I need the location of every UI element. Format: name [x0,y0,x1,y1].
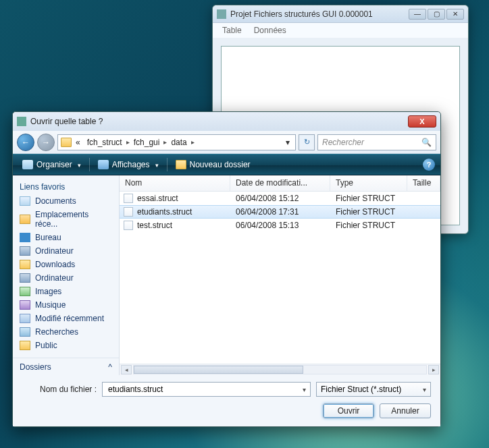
sidebar-item-icon [20,260,30,269]
col-name[interactable]: Nom [120,175,230,191]
nav-forward-button[interactable]: → [37,134,55,151]
sidebar-item[interactable]: Documents [13,194,119,208]
file-icon [124,194,133,203]
scroll-right-button[interactable]: ▸ [428,365,439,374]
sidebar-item-label: Modifié récemment [35,314,104,323]
favorites-list: DocumentsEmplacements réce...BureauOrdin… [13,194,119,352]
file-icon [124,221,133,230]
file-list-pane: Nom Date de modificati... Type Taille es… [120,175,440,375]
organize-icon [22,160,33,169]
file-date: 06/04/2008 15:13 [230,221,330,230]
filename-label: Nom du fichier : [22,385,97,394]
file-open-dialog: Ouvrir quelle table ? X ← → « fch_struct… [12,111,441,427]
chevron-right-icon: ▸ [126,138,130,146]
breadcrumb-seg-3[interactable]: data [168,138,189,147]
sidebar-item[interactable]: Downloads [13,258,119,271]
app-close-button[interactable]: ✕ [446,9,464,20]
nav-back-button[interactable]: ← [17,134,34,151]
sidebar-item-icon [20,196,30,206]
app-menubar: Table Données [213,23,468,38]
sidebar-item[interactable]: Modifié récemment [13,312,119,325]
sidebar-item-icon [20,233,30,242]
toolbar-separator [89,158,90,171]
scroll-thumb[interactable] [134,366,303,374]
menu-donnees[interactable]: Données [254,26,286,35]
sidebar-item[interactable]: Ordinateur [13,271,119,285]
toolbar-views[interactable]: Affichages [94,159,163,171]
col-type[interactable]: Type [330,175,407,191]
sidebar-item-label: Downloads [35,260,75,269]
filename-combobox[interactable]: ▾ [102,382,311,397]
sidebar-item-label: Emplacements réce... [35,210,112,229]
file-row[interactable]: etudiants.struct06/04/2008 17:31Fichier … [120,205,440,219]
file-type: Fichier STRUCT [330,207,407,217]
sidebar-item-label: Ordinateur [35,246,74,256]
sidebar-item[interactable]: Bureau [13,231,119,244]
app-titlebar[interactable]: Projet Fichiers structurés GUI 0.000001 … [213,5,468,23]
maximize-button[interactable]: ▢ [428,9,445,20]
breadcrumb-seg-2[interactable]: fch_gui [131,138,163,147]
views-icon [98,160,109,169]
toolbar-separator [167,158,168,171]
sidebar-item[interactable]: Recherches [13,325,119,339]
file-list-header: Nom Date de modificati... Type Taille [120,175,440,192]
menu-table[interactable]: Table [222,26,242,35]
scroll-left-button[interactable]: ◂ [121,365,132,374]
dialog-close-button[interactable]: X [408,115,436,128]
dialog-title: Ouvrir quelle table ? [30,117,408,126]
scroll-track[interactable] [133,365,427,374]
favorites-pane: Liens favoris DocumentsEmplacements réce… [13,175,120,375]
cancel-button[interactable]: Annuler [380,403,431,418]
file-row[interactable]: test.struct06/04/2008 15:13Fichier STRUC… [120,219,440,232]
chevron-down-icon[interactable]: ▾ [303,386,306,393]
breadcrumb[interactable]: « fch_struct ▸ fch_gui ▸ data ▸ ▾ [57,134,296,150]
file-row[interactable]: essai.struct06/04/2008 15:12Fichier STRU… [120,192,440,205]
chevron-right-icon: ▸ [191,138,195,146]
minimize-button[interactable]: — [409,9,426,20]
sidebar-item-icon [20,246,30,256]
chevron-down-icon[interactable]: ▾ [423,386,426,393]
file-rows: essai.struct06/04/2008 15:12Fichier STRU… [120,192,440,364]
file-name: essai.struct [137,194,178,203]
filetype-filter[interactable]: Fichier Struct (*.struct) ▾ [316,382,431,397]
col-size[interactable]: Taille [407,175,440,191]
file-icon [124,207,133,217]
sidebar-item-label: Bureau [35,233,61,242]
dialog-titlebar[interactable]: Ouvrir quelle table ? X [13,112,440,131]
file-date: 06/04/2008 17:31 [230,207,330,217]
sidebar-item[interactable]: Ordinateur [13,244,119,258]
sidebar-item-label: Images [35,287,61,296]
filter-label: Fichier Struct (*.struct) [321,385,401,394]
sidebar-item[interactable]: Emplacements réce... [13,208,119,231]
col-date[interactable]: Date de modificati... [230,175,330,191]
horizontal-scrollbar[interactable]: ◂ ▸ [120,364,440,375]
chevron-right-icon: ▸ [163,138,167,146]
sidebar-item-label: Public [35,341,57,350]
sidebar-item-icon [20,287,30,296]
search-placeholder: Rechercher [322,138,364,147]
app-icon [217,9,226,19]
sidebar-item-label: Documents [35,196,76,206]
dialog-bottom: Nom du fichier : ▾ Fichier Struct (*.str… [13,375,440,426]
file-type: Fichier STRUCT [330,221,407,230]
toolbar-organize[interactable]: Organiser [18,159,85,171]
open-button[interactable]: Ouvrir [323,403,374,418]
breadcrumb-dropdown[interactable]: ▾ [283,138,292,147]
toolbar-new-folder[interactable]: Nouveau dossier [172,159,255,171]
dialog-nav: ← → « fch_struct ▸ fch_gui ▸ data ▸ ▾ ↻ … [13,131,440,154]
breadcrumb-seg-1[interactable]: fch_struct [84,138,125,147]
file-date: 06/04/2008 15:12 [230,194,330,203]
refresh-button[interactable]: ↻ [299,134,315,150]
breadcrumb-pre: « [73,138,83,147]
sidebar-item-icon [20,273,30,283]
help-button[interactable]: ? [423,159,435,171]
sidebar-item-label: Recherches [35,327,78,337]
sidebar-item[interactable]: Public [13,339,119,352]
sidebar-item[interactable]: Images [13,285,119,298]
app-title: Projet Fichiers structurés GUI 0.000001 [230,9,409,19]
folders-toggle[interactable]: Dossiers ^ [13,358,119,376]
filename-input[interactable] [107,384,303,395]
file-name: test.struct [137,221,172,230]
search-input[interactable]: Rechercher 🔍 [317,134,436,150]
sidebar-item[interactable]: Musique [13,298,119,312]
